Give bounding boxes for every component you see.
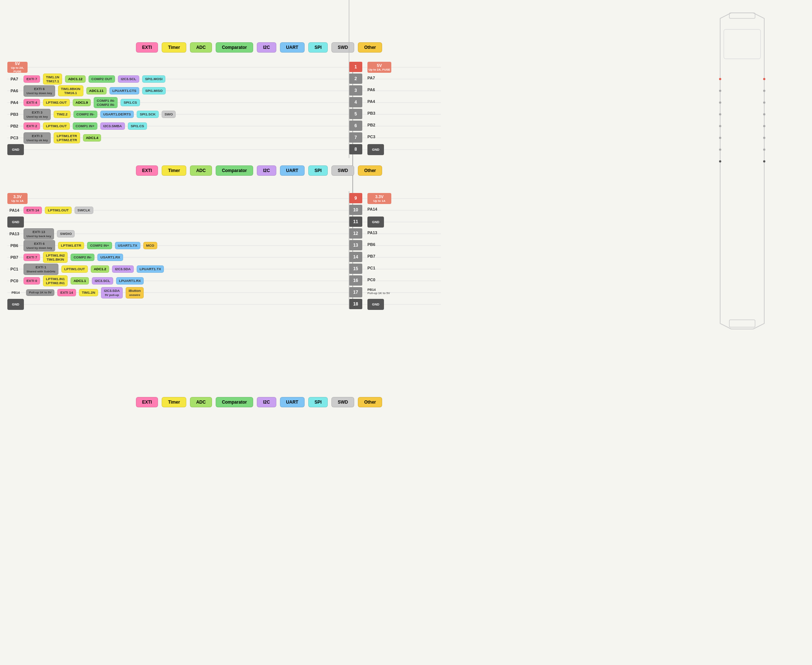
label-pc1: PC1: [7, 267, 21, 271]
pill-exti14-pb14: EXTI 14: [57, 289, 76, 296]
pill-lpuart1-cts: LPUART1.CTS: [109, 87, 139, 95]
legend-comparator-2: Comparator: [216, 165, 253, 176]
pill-adc1-9: ADC1.9: [73, 99, 91, 106]
legend-other-2: Other: [358, 165, 382, 176]
pill-exti13-pa13: EXTI 13Used by back key: [23, 228, 54, 240]
row-pb7: PB7 EXTI 7 LPTIM1.IN2TIM1.BKIN COMP2 IN-…: [7, 252, 124, 263]
legend-i2c-3: I2C: [257, 397, 276, 407]
legend-spi-3: SPI: [308, 397, 328, 407]
pill-lptim1-etr-pb6: LPTIM1.ETR: [58, 242, 84, 249]
svg-rect-37: [729, 13, 755, 18]
legend-timer-3: Timer: [162, 397, 186, 407]
svg-point-43: [719, 125, 721, 127]
legend-other-1: Other: [358, 42, 382, 52]
row-pb2: PB2 EXTI 2 LPTIM1.OUT COMP1 IN+ I2C3.SMB…: [7, 121, 148, 132]
pill-swo: SWO: [162, 111, 176, 118]
label-pa4: PA4: [7, 100, 21, 105]
pill-exti1-pc1: EXTI 1Shared with SubGHz: [23, 264, 59, 275]
pill-label-pb14-note: Pull-up 1K to 5V: [26, 289, 54, 296]
pill-exti4-pa4: EXTI 4: [23, 99, 40, 106]
pin-12: 12: [349, 228, 362, 239]
pill-lptim1-etr-lptim2-etr: LPTIM1.ETRLPTIM2.ETR: [54, 132, 80, 144]
pill-i2c3-sda: I2C3.SDA: [112, 265, 134, 273]
svg-rect-38: [724, 29, 761, 59]
pin-17: 17: [349, 287, 362, 297]
svg-point-41: [719, 102, 721, 104]
device-shape: [709, 11, 775, 331]
pin-4: 4: [349, 97, 362, 107]
legend-3: EXTI Timer ADC Comparator I2C UART SPI S…: [37, 397, 481, 407]
label-pa14: PA14: [7, 208, 21, 213]
pill-spi1-sck: SPI1.SCK: [137, 111, 158, 118]
pill-exti0-pc0: EXTI 0: [23, 277, 40, 285]
label-pc1-right: PC1: [368, 264, 375, 270]
legend-i2c-1: I2C: [257, 42, 276, 52]
pill-tim1-2n: TIM1.2N: [79, 289, 98, 296]
pin-15: 15: [349, 264, 362, 274]
svg-point-47: [763, 78, 765, 80]
pill-comp2-out: COMP2 OUT: [88, 75, 115, 83]
svg-point-48: [763, 90, 765, 92]
pill-adc1-1: ADC1.1: [70, 277, 89, 285]
row-gnd-1: GND: [7, 144, 24, 155]
svg-point-45: [719, 149, 721, 151]
svg-point-44: [719, 137, 721, 139]
legend-comparator-3: Comparator: [216, 397, 253, 407]
pill-lptim2-out: LPTIM2.OUT: [43, 99, 69, 106]
legend-swd-1: SWD: [332, 42, 354, 52]
pill-spi1-cs-pa4: SPI1.CS: [121, 99, 140, 106]
pin-1: 1: [349, 62, 362, 72]
pill-exti7: EXTI 7: [23, 75, 40, 83]
main-container: EXTI Timer ADC Comparator I2C UART SPI S…: [0, 0, 812, 665]
pill-adc1-4: ADC1.4: [83, 134, 101, 141]
pin-3: 3: [349, 85, 362, 96]
pill-tim1-1n: TIM1.1NTIM17.1: [43, 74, 62, 85]
label-gnd-2: GND: [7, 216, 24, 228]
pill-comp2-in-pb3: COMP2 IN-: [74, 111, 97, 118]
pill-lptim1-in2-tim1-bkin-pb7: LPTIM1.IN2TIM1.BKIN: [43, 252, 68, 263]
label-gnd-3: GND: [7, 299, 24, 310]
pill-swclk: SWCLK: [75, 206, 93, 214]
legend-adc-1: ADC: [190, 42, 212, 52]
pill-exti3-pc3: EXTI 3Used by ok key: [23, 132, 51, 144]
pin-10: 10: [349, 205, 362, 215]
pill-i2c3-scl-pc0: I2C3.SCL: [92, 277, 113, 285]
legend-other-3: Other: [358, 397, 382, 407]
pill-lpuart1-rx: LPUART1.RX: [116, 277, 144, 285]
pill-exti2-pb2: EXTI 2: [23, 123, 40, 130]
label-33v-right: 3.3V Up to 1A: [368, 193, 391, 204]
label-5v: 5V Up to 2A, FUSE: [7, 62, 28, 73]
pill-comp2-in-minus-pb7: COMP2 IN-: [70, 254, 95, 261]
pill-i2c3-smba: I2C3.SMBA: [100, 123, 125, 130]
label-pb3: PB3: [7, 112, 21, 116]
legend-adc-3: ADC: [190, 397, 212, 407]
row-gnd-2: GND: [7, 216, 24, 228]
legend-spi-2: SPI: [308, 165, 328, 176]
row-33v-pin9: 3.3V Up to 1A: [7, 193, 28, 204]
svg-point-52: [763, 137, 765, 139]
svg-point-39: [719, 78, 721, 80]
svg-point-49: [763, 102, 765, 104]
svg-rect-55: [729, 320, 755, 327]
pill-i2c3-sda-5v: I2C3.SDA5V pull-up: [101, 287, 123, 298]
label-pc0-right: PC0: [368, 275, 375, 282]
label-pa7-right: PA7: [368, 74, 375, 80]
label-pa7: PA7: [7, 77, 21, 81]
label-pb6: PB6: [7, 243, 21, 248]
label-pb7-right: PB7: [368, 252, 375, 259]
svg-point-40: [719, 90, 721, 92]
pill-adc1-12: ADC1.12: [65, 75, 85, 83]
label-pb7: PB7: [7, 255, 21, 260]
pill-usart1-rx: USART1.RX: [97, 254, 123, 261]
legend-i2c-2: I2C: [257, 165, 276, 176]
label-pb6-right: PB6: [368, 240, 375, 247]
legend-timer-2: Timer: [162, 165, 186, 176]
pin-2: 2: [349, 74, 362, 84]
pin-11: 11: [349, 216, 362, 227]
pill-i2c3-scl: I2C3.SCL: [118, 75, 139, 83]
row-pc0: PC0 EXTI 0 LPTIM1.IN1LPTIM2.IN1 ADC1.1 I…: [7, 275, 144, 287]
pin-14: 14: [349, 252, 362, 262]
pill-tim1-8bkin: TIM1.8BKINTIM16.1: [58, 85, 83, 97]
row-pc3: PC3 EXTI 3Used by ok key LPTIM1.ETRLPTIM…: [7, 132, 102, 143]
pill-exti6-pa6: EXTI 6Used by down key: [23, 85, 55, 97]
